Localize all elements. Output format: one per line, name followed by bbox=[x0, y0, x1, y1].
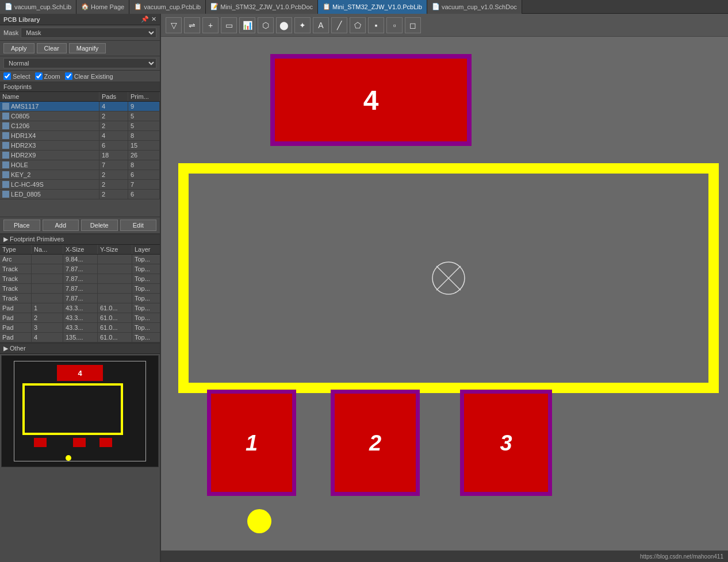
fp-icon-lchc49s bbox=[2, 181, 9, 188]
fp-row-led0805[interactable]: LED_0805 2 6 bbox=[0, 190, 160, 199]
close-panel-icon[interactable]: ✕ bbox=[151, 16, 156, 23]
fp-row-hdr2x3[interactable]: HDR2X3 6 15 bbox=[0, 141, 160, 151]
prim-name-track4 bbox=[32, 294, 63, 303]
prim-row-pad2[interactable]: Pad 2 43.3... 61.0... Top... bbox=[0, 313, 160, 323]
prim-type-arc: Arc bbox=[0, 255, 32, 264]
prim-ysize-pad3: 61.0... bbox=[98, 323, 132, 332]
fp-pads-key2: 2 bbox=[99, 170, 128, 179]
home-icon: 🏠 bbox=[81, 3, 89, 10]
poly-button[interactable]: ⬠ bbox=[350, 17, 366, 33]
prim-row-track2[interactable]: Track 7.87... Top... bbox=[0, 274, 160, 284]
canvas-area[interactable]: ▽ ⇌ + ▭ 📊 ⬡ ⬤ ✦ A ╱ ⬠ ▪ ▫ ◻ 4 bbox=[161, 14, 728, 562]
select-checkbox-label[interactable]: Select bbox=[3, 72, 30, 80]
fp-prim-led0805: 6 bbox=[128, 190, 160, 199]
yellow-dot bbox=[247, 509, 271, 533]
canvas-toolbar: ▽ ⇌ + ▭ 📊 ⬡ ⬤ ✦ A ╱ ⬠ ▪ ▫ ◻ bbox=[161, 14, 728, 37]
add-button[interactable]: Add bbox=[43, 220, 79, 231]
fp-name-hole: HOLE bbox=[0, 160, 99, 170]
prim-col-name: Na... bbox=[32, 245, 63, 254]
prim-xsize-pad3: 43.3... bbox=[63, 323, 98, 332]
fp-table-header: Name Pads Prim... bbox=[0, 92, 160, 102]
component-2: 2 bbox=[331, 390, 420, 496]
prim-xsize-track1: 7.87... bbox=[63, 264, 98, 274]
prim-row-pad1[interactable]: Pad 1 43.3... 61.0... Top... bbox=[0, 303, 160, 313]
square-button[interactable]: ▪ bbox=[368, 17, 384, 33]
fp-prim-key2: 6 bbox=[128, 170, 160, 179]
tab-vacuum-cup-schdoc[interactable]: 📄 vacuum_cup_v1.0.SchDoc bbox=[427, 0, 522, 14]
clear-existing-checkbox-label[interactable]: Clear Existing bbox=[65, 72, 113, 80]
circle-x-container bbox=[431, 261, 466, 295]
fp-prim-lchc49s: 7 bbox=[128, 180, 160, 189]
rect-button[interactable]: ▭ bbox=[221, 17, 237, 33]
component-button[interactable]: ⬡ bbox=[258, 17, 274, 33]
prim-type-track2: Track bbox=[0, 274, 32, 283]
fp-name-ams1117: AMS1117 bbox=[0, 102, 99, 111]
text-button[interactable]: A bbox=[313, 17, 329, 33]
select-checkbox[interactable] bbox=[3, 72, 11, 80]
square3-button[interactable]: ◻ bbox=[405, 17, 421, 33]
pin-icon[interactable]: 📌 bbox=[141, 16, 149, 23]
fp-icon-hole bbox=[2, 161, 9, 168]
prim-table-header: Type Na... X-Size Y-Size Layer bbox=[0, 245, 160, 255]
fp-row-key2[interactable]: KEY_2 2 6 bbox=[0, 170, 160, 180]
fp-row-ams1117[interactable]: AMS1117 4 9 bbox=[0, 102, 160, 111]
clear-existing-checkbox[interactable] bbox=[65, 72, 72, 80]
tab-vacuum-cup-pcblib[interactable]: 📋 vacuum_cup.PcbLib bbox=[129, 0, 206, 14]
prim-ysize-pad2: 61.0... bbox=[98, 313, 132, 322]
component-1: 1 bbox=[207, 390, 296, 496]
fp-prim-hole: 8 bbox=[128, 160, 160, 170]
prim-row-arc[interactable]: Arc 9.84... Top... bbox=[0, 255, 160, 264]
fp-name-c0805: C0805 bbox=[0, 111, 99, 121]
place-button[interactable]: Place bbox=[3, 220, 40, 231]
fp-pads-ams1117: 4 bbox=[99, 102, 128, 111]
fp-icon-hdr2x9 bbox=[2, 152, 9, 159]
filter-button[interactable]: ▽ bbox=[166, 17, 182, 33]
fp-icon-hdr1x4 bbox=[2, 132, 9, 139]
tab-mini-stm32-pcbdoc[interactable]: 📝 Mini_STM32_ZJW_V1.0.PcbDoc bbox=[206, 0, 318, 14]
prim-row-track3[interactable]: Track 7.87... Top... bbox=[0, 284, 160, 294]
prim-ysize-track4 bbox=[98, 294, 132, 303]
edit-button[interactable]: Edit bbox=[120, 220, 157, 231]
prim-row-track1[interactable]: Track 7.87... Top... bbox=[0, 264, 160, 274]
magnify-button[interactable]: Magnify bbox=[69, 43, 106, 53]
fp-icon-hdr2x3 bbox=[2, 142, 9, 149]
push-button[interactable]: ⇌ bbox=[184, 17, 200, 33]
status-bar: https://blog.csdn.net/mahoon411 bbox=[161, 551, 728, 562]
prim-type-track4: Track bbox=[0, 294, 32, 303]
zoom-checkbox-label[interactable]: Zoom bbox=[35, 72, 60, 80]
tab-vacuum-cup-schlib[interactable]: 📄 vacuum_cup.SchLib bbox=[0, 0, 76, 14]
tab-home-page[interactable]: 🏠 Home Page bbox=[76, 0, 129, 14]
fp-row-hdr1x4[interactable]: HDR1X4 4 8 bbox=[0, 131, 160, 141]
prim-row-track4[interactable]: Track 7.87... Top... bbox=[0, 294, 160, 303]
fp-row-lchc49s[interactable]: LC-HC-49S 2 7 bbox=[0, 180, 160, 190]
prim-name-track2 bbox=[32, 274, 63, 283]
prim-xsize-track3: 7.87... bbox=[63, 284, 98, 293]
via-button[interactable]: ✦ bbox=[294, 17, 311, 33]
chart-button[interactable]: 📊 bbox=[239, 17, 255, 33]
fp-row-hdr2x9[interactable]: HDR2X9 18 26 bbox=[0, 151, 160, 160]
square2-button[interactable]: ▫ bbox=[386, 17, 403, 33]
fp-row-c0805[interactable]: C0805 2 5 bbox=[0, 111, 160, 121]
prim-xsize-pad1: 43.3... bbox=[63, 303, 98, 313]
tab-mini-stm32-pcblib[interactable]: 📋 Mini_STM32_ZJW_V1.0.PcbLib bbox=[318, 0, 427, 14]
fp-row-hole[interactable]: HOLE 7 8 bbox=[0, 160, 160, 170]
prim-row-pad4[interactable]: Pad 4 135.... 61.0... Top... bbox=[0, 333, 160, 342]
other-section: ▶ Other 4 bbox=[0, 342, 160, 468]
prim-name-track1 bbox=[32, 264, 63, 274]
apply-button[interactable]: Apply bbox=[3, 43, 35, 53]
main-area: PCB Library 📌 ✕ Mask Mask Apply Clear Ma… bbox=[0, 14, 728, 562]
prim-row-pad3[interactable]: Pad 3 43.3... 61.0... Top... bbox=[0, 323, 160, 333]
pad-button[interactable]: ⬤ bbox=[276, 17, 292, 33]
delete-button[interactable]: Delete bbox=[81, 220, 118, 231]
mask-select[interactable]: Mask bbox=[21, 28, 156, 38]
normal-select[interactable]: Normal bbox=[3, 58, 156, 68]
line-button[interactable]: ╱ bbox=[331, 17, 347, 33]
fp-name-key2: KEY_2 bbox=[0, 170, 99, 179]
left-panel: PCB Library 📌 ✕ Mask Mask Apply Clear Ma… bbox=[0, 14, 161, 562]
clear-button[interactable]: Clear bbox=[37, 43, 67, 53]
prim-ysize-pad1: 61.0... bbox=[98, 303, 132, 313]
fp-row-c1206[interactable]: C1206 2 5 bbox=[0, 121, 160, 131]
canvas-content[interactable]: 4 1 2 bbox=[161, 37, 728, 551]
zoom-checkbox[interactable] bbox=[35, 72, 43, 80]
add-component-button[interactable]: + bbox=[202, 17, 219, 33]
